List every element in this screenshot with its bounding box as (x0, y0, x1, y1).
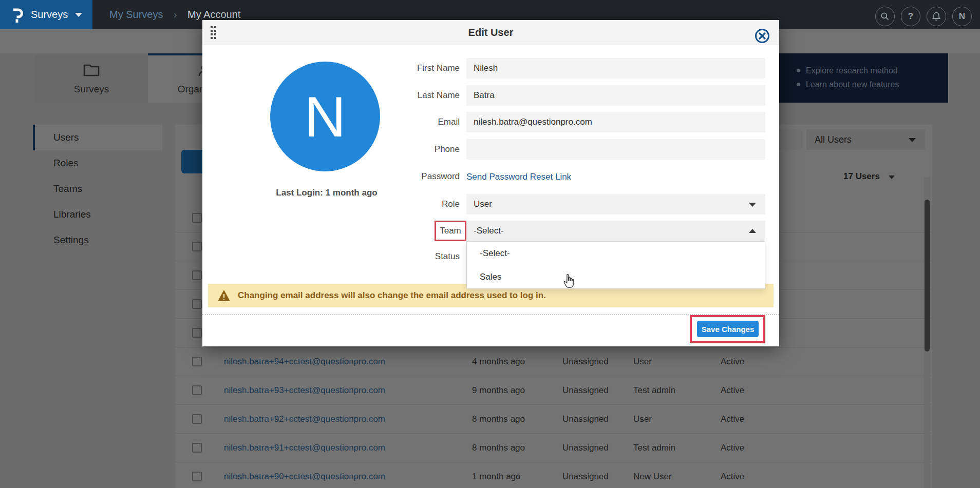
close-button[interactable] (755, 29, 769, 43)
email-field[interactable] (466, 112, 765, 132)
last-name-label: Last Name (378, 85, 460, 106)
role-label: Role (378, 194, 460, 214)
search-icon (880, 11, 890, 22)
password-reset-link[interactable]: Send Password Reset Link (466, 172, 571, 182)
notifications-button[interactable] (927, 7, 946, 26)
modal-title: Edit User (202, 20, 779, 45)
role-select[interactable]: User (466, 194, 765, 214)
team-select[interactable]: -Select- (466, 221, 765, 241)
mouse-cursor-icon (562, 274, 575, 291)
chevron-down-icon (75, 13, 82, 17)
search-button[interactable] (875, 7, 895, 26)
product-switcher[interactable]: Surveys (0, 0, 92, 29)
team-label-highlight: Team (435, 221, 466, 241)
product-label: Surveys (31, 9, 68, 21)
breadcrumb-separator: › (174, 0, 177, 29)
last-name-field[interactable] (466, 85, 765, 106)
phone-label: Phone (378, 139, 460, 160)
role-value: User (474, 199, 492, 209)
help-button[interactable]: ? (901, 7, 920, 26)
status-label: Status (378, 246, 460, 267)
edit-user-modal: Edit User N Last Login: 1 month ago Firs… (202, 20, 779, 346)
close-icon (759, 32, 766, 40)
modal-header: Edit User (202, 20, 779, 45)
email-label: Email (378, 112, 460, 132)
breadcrumb-parent[interactable]: My Surveys (109, 0, 163, 29)
account-avatar[interactable]: N (952, 7, 972, 26)
first-name-field[interactable] (466, 58, 765, 79)
navbar-icons: ? N (875, 7, 972, 26)
help-icon: ? (908, 11, 913, 22)
first-name-label: First Name (378, 58, 460, 79)
drag-handle-icon[interactable] (211, 26, 220, 40)
team-value: -Select- (474, 226, 504, 236)
chevron-up-icon (749, 229, 756, 233)
save-changes-button[interactable]: Save Changes (697, 321, 759, 337)
phone-field[interactable] (466, 139, 765, 160)
bell-icon (931, 11, 941, 22)
avatar-initial: N (959, 11, 965, 22)
team-dropdown-menu: -Select- Sales (466, 241, 765, 289)
password-label: Password (378, 166, 460, 187)
team-option-sales[interactable]: Sales (467, 265, 765, 289)
questionpro-logo (11, 7, 25, 23)
user-avatar: N (270, 62, 380, 171)
warning-icon (217, 289, 231, 302)
team-option-select[interactable]: -Select- (467, 242, 765, 265)
avatar-letter: N (305, 84, 346, 150)
warning-text: Changing email address will also change … (238, 290, 546, 301)
chevron-down-icon (749, 203, 756, 207)
